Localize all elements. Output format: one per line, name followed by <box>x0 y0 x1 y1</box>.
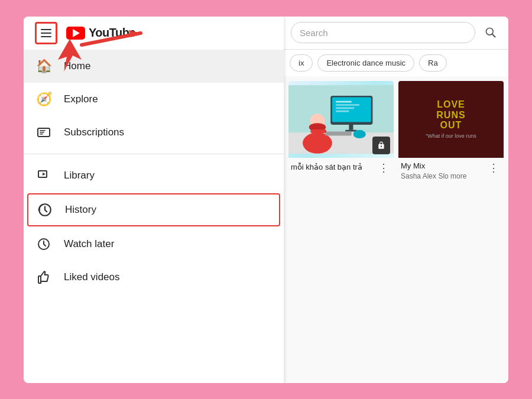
svg-rect-6 <box>40 134 43 135</box>
home-icon: 🏠 <box>35 58 52 74</box>
svg-rect-20 <box>336 104 359 106</box>
sidebar-item-liked-videos[interactable]: Liked videos <box>24 261 284 294</box>
youtube-wordmark: YouTube <box>89 26 135 40</box>
svg-rect-23 <box>349 124 353 129</box>
sidebar-item-explore-label: Explore <box>64 93 98 105</box>
hamburger-button[interactable] <box>41 29 51 37</box>
youtube-logo: YouTube <box>66 26 135 40</box>
sidebar-item-liked-videos-label: Liked videos <box>64 271 120 283</box>
sidebar-item-subscriptions-label: Subscriptions <box>64 126 124 138</box>
search-bar[interactable]: Search <box>291 22 475 43</box>
svg-marker-8 <box>43 173 46 176</box>
svg-rect-22 <box>336 110 349 112</box>
videos-grid: mỗi khảo sát bạn trả ⋮ LOVE RUNS OUT <box>284 76 508 189</box>
sidebar-item-history[interactable]: History <box>27 193 280 226</box>
album-title: LOVE RUNS OUT <box>426 99 476 131</box>
svg-point-30 <box>353 129 365 138</box>
sidebar: YouTube 🏠 Home 🧭 Explore <box>24 17 284 383</box>
sidebar-item-library[interactable]: Library <box>24 159 284 192</box>
sidebar-header: YouTube <box>24 17 284 50</box>
video-info-2: My Mix Sasha Alex Slo more ⋮ <box>398 158 504 184</box>
content-header: Search <box>284 17 508 50</box>
svg-rect-21 <box>336 107 354 109</box>
chip-mix[interactable]: ix <box>290 54 313 72</box>
liked-videos-icon <box>35 269 52 286</box>
video-info-1: mỗi khảo sát bạn trả ⋮ <box>288 158 394 176</box>
sidebar-item-home-label: Home <box>64 60 90 72</box>
svg-marker-10 <box>38 207 40 210</box>
video-title-1: mỗi khảo sát bạn trả <box>291 163 362 171</box>
chip-ra[interactable]: Ra <box>419 54 447 72</box>
svg-rect-29 <box>310 129 326 132</box>
chip-edm[interactable]: Electronic dance music <box>317 54 414 72</box>
video-title-2: My Mix <box>401 161 466 171</box>
three-dot-2[interactable]: ⋮ <box>488 161 499 174</box>
thumb-album-bg: LOVE RUNS OUT "What if our love runs <box>398 81 504 158</box>
share-button-1[interactable] <box>372 137 390 154</box>
sidebar-item-explore[interactable]: 🧭 Explore <box>24 83 284 116</box>
sidebar-item-subscriptions[interactable]: Subscriptions <box>24 116 284 149</box>
hamburger-highlight-box <box>35 22 57 44</box>
video-thumb-2: LOVE RUNS OUT "What if our love runs <box>398 81 504 158</box>
sidebar-item-home[interactable]: 🏠 Home <box>24 50 284 83</box>
app-container: YouTube 🏠 Home 🧭 Explore <box>24 17 508 383</box>
explore-icon: 🧭 <box>35 91 52 108</box>
svg-rect-28 <box>325 131 352 135</box>
svg-line-14 <box>492 34 495 37</box>
video-channel-2: Sasha Alex Slo more <box>401 172 466 180</box>
sidebar-item-library-label: Library <box>64 170 95 181</box>
chips-row: ix Electronic dance music Ra <box>284 50 508 76</box>
youtube-icon <box>66 27 85 40</box>
content-panel: Search ix Electronic dance music Ra <box>284 17 508 383</box>
album-subtitle: "What if our love runs <box>426 133 476 139</box>
sidebar-item-watch-later-label: Watch later <box>64 238 114 250</box>
svg-rect-19 <box>336 100 352 102</box>
svg-rect-5 <box>40 132 44 133</box>
svg-rect-4 <box>40 130 46 131</box>
watch-later-icon <box>35 236 52 252</box>
svg-rect-12 <box>38 276 41 283</box>
video-card-1[interactable]: mỗi khảo sát bạn trả ⋮ <box>288 81 394 184</box>
search-placeholder: Search <box>300 28 328 38</box>
hamburger-wrapper <box>33 20 59 46</box>
nav-divider-1 <box>24 154 284 154</box>
nav-menu: 🏠 Home 🧭 Explore Subscriptions <box>24 50 284 383</box>
video-thumb-1 <box>288 81 394 158</box>
sidebar-item-watch-later[interactable]: Watch later <box>24 228 284 261</box>
sidebar-item-history-label: History <box>65 204 96 216</box>
library-icon <box>35 167 52 184</box>
subscriptions-icon <box>35 124 52 141</box>
video-card-2[interactable]: LOVE RUNS OUT "What if our love runs My … <box>398 81 504 184</box>
search-button[interactable] <box>480 22 501 43</box>
history-icon <box>37 202 53 218</box>
three-dot-1[interactable]: ⋮ <box>378 161 389 174</box>
